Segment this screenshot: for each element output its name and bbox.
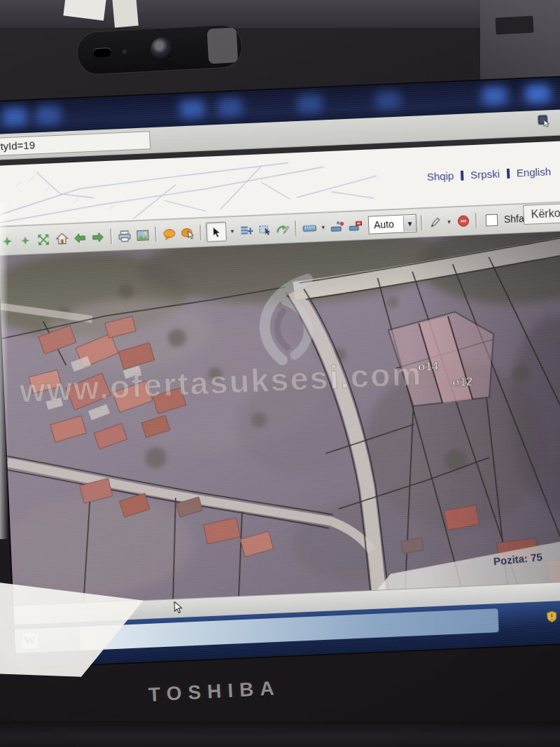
- webcam-cover-tab: [207, 27, 239, 64]
- zoom-in-icon: [1, 235, 13, 246]
- print-icon: [118, 230, 132, 242]
- mouse-cursor-icon: [173, 601, 183, 615]
- address-field[interactable]: lityId=19: [0, 131, 150, 156]
- microphone-slot: [93, 48, 112, 57]
- language-link-shqip[interactable]: Shqip: [427, 169, 454, 183]
- draw-pencil-icon: [428, 216, 442, 229]
- search-input[interactable]: [523, 201, 560, 225]
- back-arrow-icon: [73, 232, 87, 244]
- tab-blob[interactable]: [179, 99, 205, 119]
- pencil-menu-button[interactable]: ▾: [445, 214, 454, 229]
- tab-blob[interactable]: [297, 94, 323, 113]
- zoom-in-button[interactable]: [0, 232, 15, 249]
- back-button[interactable]: [71, 230, 88, 246]
- tab-blob[interactable]: [375, 91, 401, 111]
- identify-button[interactable]: [238, 222, 255, 239]
- laptop-webcam-module: [76, 24, 244, 76]
- draw-pencil-button[interactable]: [427, 214, 444, 231]
- language-switcher: Shqip Srpski English: [427, 165, 552, 183]
- webcam-lens-icon: [150, 37, 174, 61]
- home-icon: [55, 232, 69, 245]
- tab-blob[interactable]: [35, 106, 61, 125]
- laptop-hinge: [0, 721, 560, 747]
- parcel-label: o12: [452, 375, 473, 389]
- export-image-icon: [136, 229, 150, 242]
- stop-icon: [456, 214, 470, 228]
- full-extent-icon: [37, 233, 50, 246]
- laptop-screen: lityId=19: [0, 77, 560, 667]
- language-link-english[interactable]: English: [517, 165, 552, 179]
- tab-blob[interactable]: [525, 84, 551, 104]
- stop-button[interactable]: [455, 213, 472, 230]
- measure-ruler-button[interactable]: [301, 219, 318, 236]
- zoom-out-icon: [20, 235, 30, 245]
- forward-arrow-icon: [91, 232, 105, 243]
- measure-ruler-icon: [302, 222, 316, 233]
- edit-redo-icon: [276, 223, 290, 235]
- export-image-button[interactable]: [134, 227, 151, 244]
- background-object: [495, 16, 533, 35]
- map-canvas[interactable]: www.ofertasuksesi.com o14 o12 Pozita: 75: [0, 231, 560, 606]
- home-button[interactable]: [53, 230, 70, 247]
- comment-select-button[interactable]: [179, 225, 196, 242]
- toolbar-separator: [421, 215, 424, 230]
- toolbar-separator: [295, 221, 298, 236]
- tab-blob[interactable]: [217, 97, 243, 117]
- language-separator: [507, 168, 510, 178]
- wall-background: [480, 0, 560, 84]
- tips-checkbox[interactable]: [486, 214, 498, 226]
- pointer-icon: [211, 225, 222, 238]
- pointer-button-active[interactable]: [206, 222, 227, 242]
- page-tool-icon[interactable]: [538, 114, 552, 128]
- parcel-label: o14: [418, 359, 440, 373]
- full-extent-button[interactable]: [35, 231, 52, 248]
- measure-position-button[interactable]: [329, 218, 346, 235]
- language-link-srpski[interactable]: Srpski: [470, 167, 500, 181]
- select-features-icon: [258, 224, 271, 236]
- zoom-out-button[interactable]: [17, 232, 34, 249]
- language-separator: [461, 170, 464, 180]
- taskbar-word-button[interactable]: W: [15, 627, 84, 653]
- tab-blob[interactable]: [1, 107, 27, 127]
- tab-blob[interactable]: [482, 86, 507, 106]
- toolbar-separator: [110, 229, 113, 244]
- scale-select-value: Auto: [369, 218, 404, 231]
- measure-menu-button[interactable]: ▾: [319, 219, 328, 235]
- forward-button[interactable]: [90, 229, 106, 246]
- comment-balloon-icon: [162, 228, 176, 240]
- toshiba-logo: TOSHIBA: [148, 677, 281, 706]
- identify-icon: [240, 225, 253, 237]
- measure-area-button[interactable]: [347, 218, 364, 235]
- measure-position-icon: [330, 221, 344, 233]
- webcam-led: [122, 49, 127, 53]
- toolbar-separator: [155, 227, 158, 242]
- comment-button[interactable]: [161, 225, 178, 242]
- comment-select-icon: [181, 227, 195, 239]
- measure-area-icon: [348, 220, 363, 232]
- print-button[interactable]: [116, 228, 133, 244]
- satellite-map: www.ofertasuksesi.com o14 o12 Pozita: 75: [0, 231, 560, 606]
- toolbar-separator: [475, 213, 478, 228]
- select-features-button[interactable]: [256, 221, 273, 238]
- chevron-down-icon: ▼: [403, 216, 416, 232]
- edit-redo-button[interactable]: [274, 221, 291, 237]
- system-tray: [545, 608, 560, 624]
- scale-select[interactable]: Auto ▼: [368, 214, 417, 235]
- toolbar-separator: [200, 225, 202, 240]
- paper-scrap: [112, 0, 139, 27]
- word-icon: W: [22, 633, 38, 649]
- security-shield-icon[interactable]: [545, 610, 558, 623]
- pointer-menu-button[interactable]: ▾: [228, 223, 237, 239]
